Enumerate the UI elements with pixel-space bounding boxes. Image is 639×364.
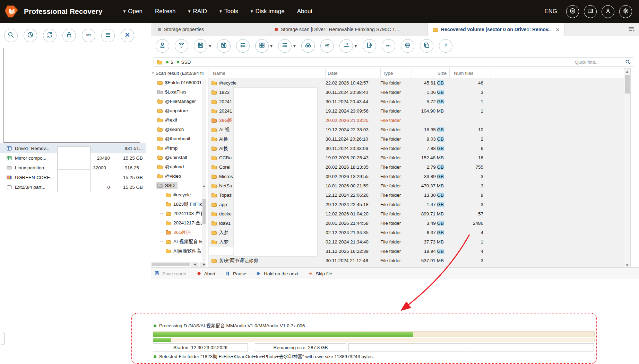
tab-recovered-volume-sector[interactable]: Recovered volume (sector 0 on Drive1: Re… xyxy=(428,23,565,36)
tree-item[interactable]: AI换脸软件高 xyxy=(151,246,206,256)
tree-item[interactable]: @FileManager xyxy=(151,97,206,106)
column-header-name[interactable]: Name xyxy=(208,68,326,78)
file-name: Corel xyxy=(219,165,230,170)
skip-file-button[interactable]: Skip file xyxy=(308,271,332,276)
tree-item[interactable]: AI 视频配音 MN xyxy=(151,237,206,246)
tree-item[interactable]: @exif xyxy=(151,115,206,125)
breadcrumb-item[interactable]: SSD xyxy=(177,60,191,65)
menu-disk-image[interactable]: ▼Disk image xyxy=(251,8,285,15)
tab-close-icon[interactable]: × xyxy=(555,26,560,33)
hash-button[interactable]: # xyxy=(439,39,452,53)
lock-button[interactable] xyxy=(62,29,76,42)
adjust-button[interactable] xyxy=(339,39,353,53)
tree-hscrollbar[interactable]: ◀ ▶ xyxy=(152,262,206,267)
file-row[interactable]: #recycle22.02.2026 10:42:57File folder45… xyxy=(208,78,624,88)
tree-item[interactable]: @upload xyxy=(151,162,206,171)
tree-item-label: @thumbnail xyxy=(165,136,190,141)
hex-button[interactable]: HEX xyxy=(82,29,95,42)
tree-item[interactable]: #recycle xyxy=(151,190,206,199)
tree-item[interactable]: $LostFiles xyxy=(151,87,206,97)
tree-item[interactable]: @uninstall xyxy=(151,153,206,162)
breadcrumb-item[interactable]: $ xyxy=(166,60,173,65)
file-table-scrollbar[interactable]: ▲ ▼ xyxy=(624,68,631,268)
dropdown-caret-icon[interactable]: ▼ xyxy=(354,44,357,48)
encoding-button[interactable]: AB xyxy=(320,39,334,53)
tree-scrollbar[interactable]: ▲ xyxy=(202,79,206,261)
disc-button[interactable] xyxy=(566,5,579,18)
search-button[interactable] xyxy=(4,29,18,42)
tree-item[interactable]: 20241217-金山 xyxy=(151,218,206,228)
account-button[interactable] xyxy=(602,5,614,18)
file-size-cell: 37.73 MB xyxy=(409,239,447,245)
piechart-button[interactable] xyxy=(24,29,37,42)
menu-open[interactable]: ▼Open xyxy=(123,8,143,15)
dropdown-caret-icon[interactable]: ▼ xyxy=(209,44,211,48)
file-type-cell: File folder xyxy=(378,127,409,132)
tree-connector xyxy=(160,232,164,232)
scroll-up-button[interactable]: ▲ xyxy=(624,69,630,74)
scrollbar-thumb[interactable] xyxy=(152,263,190,266)
menu-raid[interactable]: ▼RAID xyxy=(188,8,207,15)
find-button[interactable] xyxy=(301,39,315,53)
dropdown-caret-icon[interactable]: ▼ xyxy=(270,44,273,48)
quick-find-input[interactable] xyxy=(574,59,625,65)
menu-tools[interactable]: ▼Tools xyxy=(219,8,238,15)
hold-on-next-button[interactable]: Hold on the next xyxy=(256,271,298,276)
scrollbar-thumb[interactable] xyxy=(625,75,630,94)
save-scan-button[interactable] xyxy=(217,39,231,53)
recover-button[interactable] xyxy=(156,39,169,53)
save-report-button[interactable]: Save report xyxy=(154,270,187,277)
tab-storage-scan-drive1[interactable]: Storage scan [Drive1: Removable Fanxiang… xyxy=(270,23,428,36)
column-header-size[interactable]: Size xyxy=(412,68,450,78)
tree-connector xyxy=(160,195,164,195)
file-date-cell: 19.03.2025 20:25:43 xyxy=(323,155,378,160)
menu-about[interactable]: About xyxy=(297,8,312,15)
tree-item-label: @uninstall xyxy=(165,155,187,160)
copy-button[interactable] xyxy=(420,39,433,53)
tree-item[interactable]: 36G图片 xyxy=(151,228,206,237)
tree-item[interactable]: 1823期 FliFlik+Kl xyxy=(151,199,206,209)
column-header-type[interactable]: Type xyxy=(381,68,412,78)
tree-item[interactable]: 20241108-声音 xyxy=(151,209,206,218)
view-list-button[interactable] xyxy=(278,39,292,53)
language-selector[interactable]: ENG xyxy=(544,8,557,15)
convert-button[interactable] xyxy=(43,29,57,42)
tree-item[interactable]: SSD xyxy=(151,181,206,190)
tab-overflow-icon[interactable] xyxy=(628,26,636,33)
layout-button[interactable] xyxy=(584,5,597,18)
column-header-num-files[interactable]: Num files xyxy=(450,68,491,78)
column-header-label: Num files xyxy=(454,71,473,76)
close-button[interactable] xyxy=(121,29,134,42)
print-button[interactable] xyxy=(401,39,414,53)
scroll-left-button[interactable]: ◀ xyxy=(191,262,199,267)
expander-icon[interactable]: ▾ xyxy=(152,71,154,75)
search-icon[interactable] xyxy=(625,59,631,65)
settings-button[interactable] xyxy=(619,5,632,18)
hex-button[interactable]: HEX xyxy=(382,39,395,53)
rename-editbox[interactable] xyxy=(209,247,234,256)
scroll-up-button[interactable]: ▲ xyxy=(202,184,206,188)
properties-button[interactable] xyxy=(101,29,115,42)
column-header-date[interactable]: Date xyxy=(326,68,381,78)
view-grid-button[interactable] xyxy=(255,39,269,53)
tree-item[interactable]: @search xyxy=(151,125,206,134)
tree-item[interactable]: @tmp xyxy=(151,143,206,153)
dropdown-caret-icon[interactable]: ▼ xyxy=(293,44,296,48)
scroll-right-button[interactable]: ▶ xyxy=(200,262,206,267)
tree-item[interactable]: @appstore xyxy=(151,106,206,115)
file-row[interactable]: 剪映“两节课让你剪30.11.2024 21:12:46File folder5… xyxy=(208,256,624,265)
tree-item[interactable]: @video xyxy=(151,171,206,181)
filter-button[interactable] xyxy=(175,39,188,53)
tab-storage-properties[interactable]: Storage properties xyxy=(153,23,270,36)
abort-button[interactable]: Abort xyxy=(196,271,215,276)
scrollbar-thumb[interactable] xyxy=(202,199,206,224)
tree-root-item[interactable]: ▾ Scan result (Ext2/3/4 fil xyxy=(151,68,206,78)
save-button[interactable] xyxy=(194,39,207,53)
menu-refresh[interactable]: Refresh xyxy=(155,8,176,15)
tree-item[interactable]: @thumbnail xyxy=(151,134,206,143)
panel-collapse-handle[interactable] xyxy=(0,332,5,345)
tasklist-button[interactable] xyxy=(236,39,250,53)
export-button[interactable] xyxy=(363,39,376,53)
pause-button[interactable]: Pause xyxy=(225,271,246,276)
tree-item[interactable]: $Folder01680001 xyxy=(151,78,206,87)
